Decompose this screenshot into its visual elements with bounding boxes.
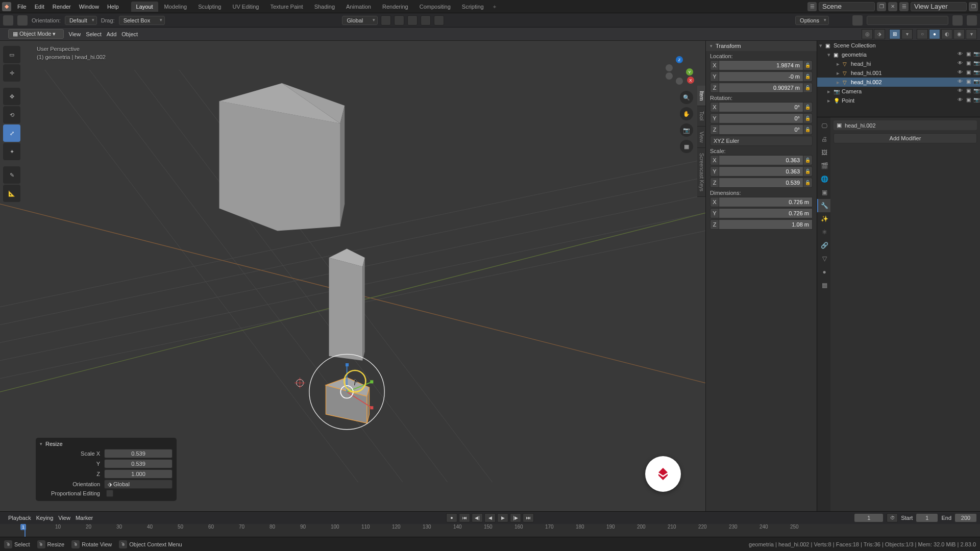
resize-orientation-dropdown[interactable]: ⬗ Global: [104, 480, 173, 489]
matprev-shading[interactable]: ◐: [941, 29, 952, 39]
loc-y-input[interactable]: -0 m: [719, 71, 803, 82]
timeline-menu-playback[interactable]: Playback: [8, 515, 31, 521]
add-modifier-dropdown[interactable]: Add Modifier: [834, 133, 977, 143]
filter-toggle-icon[interactable]: [952, 15, 963, 26]
drag-dropdown[interactable]: Select Box: [119, 16, 165, 25]
tab-particles[interactable]: ✨: [817, 212, 830, 226]
play-button[interactable]: ▶: [497, 513, 508, 522]
tab-mesh[interactable]: ▽: [817, 252, 830, 265]
current-frame-input[interactable]: 1: [854, 513, 884, 522]
rot-z-input[interactable]: 0°: [719, 124, 803, 135]
start-frame-input[interactable]: 1: [916, 513, 938, 522]
proportional-editing-checkbox[interactable]: [106, 490, 113, 497]
lock-icon[interactable]: 🔓: [803, 124, 813, 135]
viewport-menu-select[interactable]: Select: [86, 31, 102, 37]
autokey-toggle[interactable]: ●: [446, 513, 457, 522]
viewport-menu-add[interactable]: Add: [107, 31, 117, 37]
outliner-row[interactable]: ▸▽head_hi👁▣📷: [817, 59, 980, 68]
pivot-icon[interactable]: [381, 15, 391, 26]
scene-name-input[interactable]: [819, 2, 875, 11]
viewlayer-new-icon[interactable]: ❐: [969, 2, 978, 11]
camera-view-icon[interactable]: 📷: [680, 123, 693, 137]
shading-options-dropdown[interactable]: ▾: [966, 29, 977, 39]
tab-render[interactable]: 🖵: [817, 119, 830, 133]
lock-icon[interactable]: 🔓: [803, 102, 813, 112]
frame-range-icon[interactable]: ⏱: [887, 513, 898, 522]
nav-gizmo[interactable]: Z Y X: [665, 55, 695, 86]
dim-x-input[interactable]: 0.726 m: [719, 197, 813, 207]
outliner-row[interactable]: ▸💡Point👁▣📷: [817, 96, 980, 105]
mode-dropdown[interactable]: ▦ Object Mode ▾: [8, 29, 64, 39]
rot-y-input[interactable]: 0°: [719, 113, 803, 123]
outliner-collection[interactable]: ▾▣ Scene Collection: [817, 41, 980, 50]
scale-y-input[interactable]: 0.539: [104, 459, 173, 468]
outliner-row[interactable]: ▾▣geometria👁▣📷: [817, 50, 980, 59]
workspace-tab-sculpting[interactable]: Sculpting: [193, 2, 226, 12]
lock-icon[interactable]: 🔓: [803, 178, 813, 188]
loc-x-input[interactable]: 1.9874 m: [719, 60, 803, 70]
lock-icon[interactable]: 🔓: [803, 71, 813, 82]
scale-y-input[interactable]: 0.363: [719, 166, 803, 177]
proportional-falloff-dropdown[interactable]: [434, 15, 444, 26]
outliner-search[interactable]: [867, 16, 948, 25]
workspace-tab-shading[interactable]: Shading: [309, 2, 340, 12]
operator-title[interactable]: Resize: [40, 441, 173, 447]
workspace-tab-layout[interactable]: Layout: [131, 2, 158, 12]
cursor-tool-icon[interactable]: [3, 15, 13, 26]
rot-x-input[interactable]: 0°: [719, 102, 803, 112]
tab-scene[interactable]: 🎬: [817, 159, 830, 172]
select-tool-icon[interactable]: [17, 15, 28, 26]
transform-panel-header[interactable]: Transform: [706, 41, 817, 51]
snap-target-dropdown[interactable]: [407, 15, 418, 26]
timeline-menu-keying[interactable]: Keying: [36, 515, 54, 521]
tab-constraints[interactable]: 🔗: [817, 239, 830, 252]
tab-material[interactable]: ●: [817, 265, 830, 279]
annotate-tool[interactable]: ✎: [3, 166, 20, 184]
transform-orientation-dropdown[interactable]: Global: [342, 16, 378, 25]
scene-delete-icon[interactable]: ✕: [888, 2, 897, 11]
lock-icon[interactable]: 🔓: [803, 155, 813, 165]
scale-z-input[interactable]: 0.539: [719, 178, 803, 188]
transform-tool[interactable]: ✦: [3, 143, 20, 160]
play-reverse-button[interactable]: ◀: [484, 513, 496, 522]
menu-help[interactable]: Help: [103, 4, 123, 10]
workspace-tab-modeling[interactable]: Modeling: [159, 2, 192, 12]
orientation-dropdown[interactable]: Default: [65, 16, 97, 25]
tab-output[interactable]: 🖨: [817, 133, 830, 146]
menu-edit[interactable]: Edit: [31, 4, 48, 10]
gizmo-toggle[interactable]: ⬗: [874, 29, 885, 39]
viewport-menu-view[interactable]: View: [69, 31, 81, 37]
keyframe-prev-button[interactable]: ◀|: [472, 513, 483, 522]
scale-x-input[interactable]: 0.363: [719, 155, 803, 165]
scale-x-input[interactable]: 0.539: [104, 449, 173, 458]
outliner-row[interactable]: ▸▽head_hi.002👁▣📷: [817, 78, 980, 87]
rotate-tool[interactable]: ⟲: [3, 106, 20, 123]
new-collection-icon[interactable]: [967, 15, 977, 26]
workspace-tab-texture-paint[interactable]: Texture Paint: [265, 2, 308, 12]
lock-icon[interactable]: 🔓: [803, 113, 813, 123]
workspace-tab-animation[interactable]: Animation: [341, 2, 376, 12]
outliner-row[interactable]: ▸📷Camera👁▣📷: [817, 87, 980, 96]
3d-viewport[interactable]: ▭ ✛ ✥ ⟲ ⤢ ✦ ✎ 📐 User Perspective (1) geo…: [0, 41, 705, 511]
tab-screencast[interactable]: Screencast Keys: [697, 148, 705, 197]
lock-icon[interactable]: 🔓: [803, 83, 813, 93]
rotation-mode-dropdown[interactable]: XYZ Euler: [710, 136, 813, 146]
tab-object[interactable]: ▣: [817, 186, 830, 199]
loc-z-input[interactable]: 0.90927 m: [719, 83, 803, 93]
measure-tool[interactable]: 📐: [3, 185, 20, 202]
app-logo[interactable]: ◆: [2, 2, 11, 11]
scene-new-icon[interactable]: ❐: [877, 2, 886, 11]
timeline-track[interactable]: 1 10203040506070809010011012013014015016…: [0, 524, 980, 537]
lock-icon[interactable]: 🔓: [803, 166, 813, 177]
zoom-icon[interactable]: 🔍: [680, 91, 693, 104]
add-workspace-button[interactable]: +: [489, 2, 500, 12]
lock-icon[interactable]: 🔓: [803, 60, 813, 70]
outliner-row[interactable]: ▸▽head_hi.001👁▣📷: [817, 68, 980, 78]
keyframe-next-button[interactable]: |▶: [510, 513, 521, 522]
workspace-tab-rendering[interactable]: Rendering: [377, 2, 413, 12]
scene-browse-icon[interactable]: ☰: [807, 2, 817, 11]
scale-z-input[interactable]: 1.000: [104, 469, 173, 479]
select-box-tool[interactable]: ▭: [3, 46, 20, 63]
scale-tool[interactable]: ⤢: [3, 124, 20, 142]
filter-icon[interactable]: [852, 15, 863, 26]
